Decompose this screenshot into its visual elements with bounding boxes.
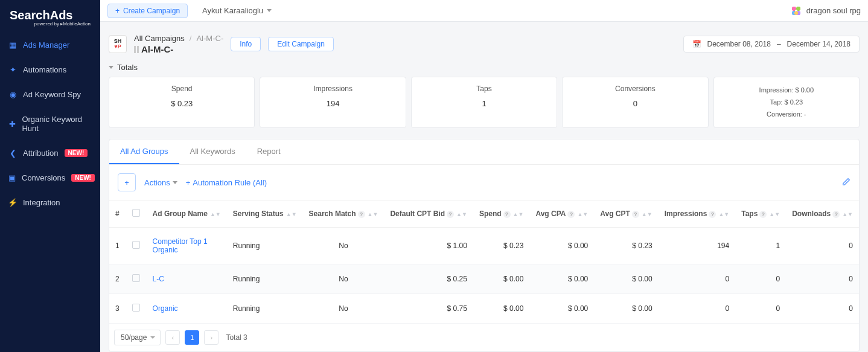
nav-icon: ❮ (8, 149, 17, 158)
cell-match: No (303, 294, 385, 324)
adgroup-link[interactable]: L-C (153, 275, 164, 283)
adgroup-link[interactable]: Organic (153, 304, 178, 313)
edit-campaign-button[interactable]: Edit Campaign (268, 37, 334, 51)
sidebar-item-attribution[interactable]: ❮AttributionNEW! (0, 141, 100, 165)
col-index: # (109, 200, 126, 228)
nav-icon: ⚡ (8, 199, 17, 207)
total-label: Impressions (260, 85, 405, 93)
cell-index: 2 (109, 264, 126, 294)
cost-tap: Tap: $ 0.23 (714, 97, 859, 109)
cell-spend: $ 0.00 (473, 264, 530, 294)
campaign-app-icon: SH♥P (109, 35, 127, 53)
total-card-conversions: Conversions0 (562, 77, 708, 128)
cell-status: Running (227, 264, 303, 294)
total-card-costs: Impression: $ 0.00Tap: $ 0.23Conversion:… (713, 77, 860, 128)
prev-page-button[interactable]: ‹ (165, 330, 180, 345)
sidebar-item-ad-keyword-spy[interactable]: ◉Ad Keyword Spy (0, 82, 100, 107)
total-card-impressions: Impressions194 (260, 77, 406, 128)
col-status[interactable]: Serving Status▲▼ (227, 200, 303, 228)
app-selector[interactable]: dragon soul rpg (791, 5, 861, 16)
per-page-select[interactable]: 50/page (114, 330, 161, 345)
adgroups-panel: All Ad GroupsAll KeywordsReport + Action… (109, 139, 860, 352)
col-taps[interactable]: Taps?▲▼ (735, 200, 786, 228)
row-checkbox[interactable] (132, 304, 140, 312)
col-cpt[interactable]: Avg CPT?▲▼ (594, 200, 658, 228)
row-checkbox[interactable] (132, 241, 140, 249)
user-menu[interactable]: Aykut Karaalioglu (202, 6, 272, 15)
sidebar-item-automations[interactable]: ✦Automations (0, 57, 100, 82)
cost-impression: Impression: $ 0.00 (714, 85, 859, 97)
app-name: dragon soul rpg (806, 6, 861, 15)
total-label: Taps (412, 85, 557, 93)
automation-rule-button[interactable]: + Automation Rule (All) (186, 178, 267, 187)
sidebar-item-label: Ads Manager (23, 40, 69, 50)
cell-dl: 0 (786, 264, 859, 294)
col-cpa[interactable]: Avg CPA?▲▼ (529, 200, 594, 228)
user-name: Aykut Karaalioglu (202, 6, 263, 15)
chevron-down-icon (109, 66, 113, 69)
edit-columns-button[interactable] (842, 178, 850, 188)
sidebar-item-integration[interactable]: ⚡Integration (0, 190, 100, 215)
cell-cpa: $ 0.00 (529, 264, 594, 294)
col-spend[interactable]: Spend?▲▼ (473, 200, 530, 228)
sidebar-item-label: Attribution (23, 149, 59, 158)
cell-cpa: $ 0.00 (529, 228, 594, 264)
sidebar-item-label: Automations (23, 65, 66, 74)
plus-icon: + (186, 178, 191, 187)
next-page-button[interactable]: › (204, 330, 219, 345)
tab-report[interactable]: Report (246, 139, 292, 164)
sidebar-item-conversions[interactable]: ▣ConversionsNEW! (0, 165, 100, 190)
row-checkbox[interactable] (132, 274, 140, 282)
automation-label: Automation Rule (All) (193, 178, 267, 187)
chevron-down-icon (173, 181, 177, 184)
col-impr[interactable]: Impressions?▲▼ (659, 200, 736, 228)
brand-powered: powered by ▸MobileAction (10, 21, 91, 27)
col-match[interactable]: Search Match?▲▼ (303, 200, 385, 228)
adgroups-table: # Ad Group Name▲▼ Serving Status▲▼ Searc… (109, 200, 859, 324)
cell-impr: 0 (659, 294, 736, 324)
breadcrumb-root[interactable]: All Campaigns (134, 34, 185, 43)
sidebar-item-label: Ad Keyword Spy (23, 90, 81, 99)
date-sep: – (777, 40, 781, 48)
date-range-picker[interactable]: 📅 December 08, 2018 – December 14, 2018 (683, 36, 860, 53)
select-all-checkbox[interactable] (132, 209, 140, 217)
cell-spend: $ 0.23 (473, 228, 530, 264)
totals-toggle[interactable]: Totals (109, 63, 860, 72)
nav-icon: ▦ (8, 41, 17, 50)
panel-toolbar: + Actions + Automation Rule (All) (109, 165, 859, 200)
sidebar-item-label: Integration (23, 198, 60, 207)
nav-icon: ✚ (8, 120, 16, 128)
total-count: Total 3 (226, 333, 247, 342)
chevron-down-icon (267, 9, 272, 12)
actions-label: Actions (144, 178, 170, 187)
page-1-button[interactable]: 1 (185, 330, 199, 345)
cell-checkbox (126, 264, 146, 294)
date-from: December 08, 2018 (707, 40, 771, 48)
col-name[interactable]: Ad Group Name▲▼ (147, 200, 227, 228)
adgroup-link[interactable]: Competitor Top 1 Organic (153, 237, 208, 254)
tab-all-keywords[interactable]: All Keywords (179, 139, 246, 164)
app-logo-icon (791, 5, 802, 16)
total-value: 0 (563, 99, 707, 108)
nav-icon: ▣ (8, 174, 16, 182)
page-header: SH♥P All Campaigns / Al-M-C- Al-M-C- Inf… (109, 34, 860, 54)
create-campaign-button[interactable]: + Create Campaign (107, 4, 188, 18)
pagination: 50/page ‹ 1 › Total 3 (109, 324, 859, 351)
cell-match: No (303, 264, 385, 294)
new-badge: NEW! (65, 149, 88, 157)
col-dl[interactable]: Downloads?▲▼ (786, 200, 859, 228)
add-button[interactable]: + (118, 173, 136, 191)
cell-cpt: $ 0.00 (594, 264, 658, 294)
info-button[interactable]: Info (231, 37, 261, 51)
col-bid[interactable]: Default CPT Bid?▲▼ (384, 200, 473, 228)
totals-label: Totals (117, 63, 138, 72)
actions-menu[interactable]: Actions (144, 178, 177, 187)
sidebar-item-ads-manager[interactable]: ▦Ads Manager (0, 33, 100, 57)
cell-name: Organic (147, 294, 227, 324)
cell-impr: 0 (659, 264, 736, 294)
total-value: $ 0.23 (109, 99, 254, 108)
tab-all-ad-groups[interactable]: All Ad Groups (109, 139, 179, 164)
sidebar-item-organic-keyword-hunt[interactable]: ✚Organic Keyword Hunt (0, 107, 100, 141)
nav-icon: ✦ (8, 66, 17, 74)
cell-checkbox (126, 294, 146, 324)
